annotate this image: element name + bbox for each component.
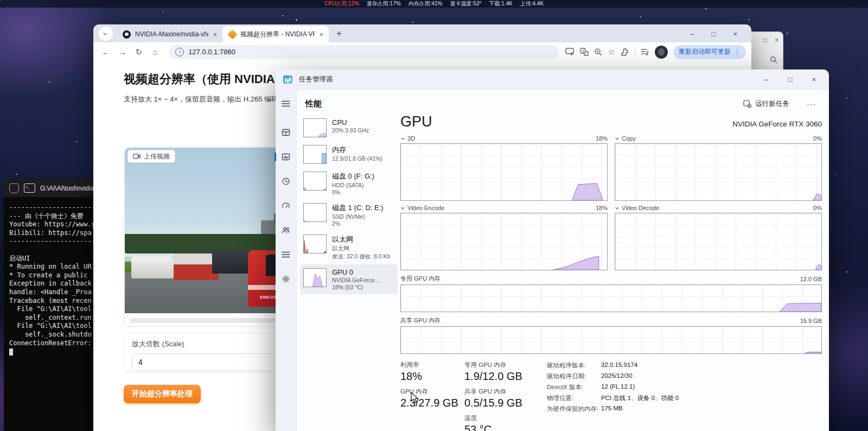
tab-close-icon[interactable]: × — [319, 30, 323, 39]
nav-performance-icon[interactable] — [278, 149, 293, 164]
sidebar-item-memory[interactable]: 内存 12.9/31.8 GB (41%) — [300, 141, 398, 168]
start-processing-button[interactable]: 开始超分辨率处理 — [124, 385, 201, 403]
install-app-icon[interactable] — [565, 48, 575, 56]
tab-close-icon[interactable]: × — [213, 30, 217, 39]
nav-startup-apps-icon[interactable] — [278, 198, 293, 213]
tab-label: 视频超分辨率 - NVIDIA VFX — [240, 30, 315, 39]
zoom-icon[interactable] — [594, 48, 603, 56]
sidebar-item-gpu0[interactable]: GPU 0 NVIDIA GeForce... 18% (53 °C) — [300, 264, 398, 294]
chart-label-video-decode: Video Decode — [622, 205, 659, 211]
toolbar-divider — [635, 48, 635, 56]
gpu-utilization-value: 18% — [400, 370, 464, 383]
chart-value-video-encode: 18% — [596, 205, 608, 211]
site-info-icon[interactable]: i — [175, 48, 184, 56]
gpu-copy-chart — [615, 143, 822, 201]
close-button[interactable]: × — [812, 75, 816, 84]
bookmark-star-icon[interactable]: ☆ — [608, 47, 615, 57]
driver-version-value: 32.0.15.9174 — [601, 362, 637, 370]
stat-label: 共享 GPU 内存 — [464, 388, 547, 396]
gpu-mini-chart — [303, 268, 327, 287]
close-icon[interactable]: × — [775, 36, 778, 44]
vram-usage-stat: 显存占用:17% — [367, 0, 401, 8]
ethernet-mini-chart — [303, 234, 327, 253]
sidebar-item-disk0[interactable]: 磁盘 0 (F: G:) HDD (SATA) 0% — [300, 168, 398, 199]
sidebar-item-disk1[interactable]: 磁盘 1 (C: D: E:) SSD (NVMe) 2% — [300, 199, 398, 231]
metric-title: 磁盘 1 (C: D: E:) — [332, 203, 384, 213]
gpu-driver-details: 驱动程序版本:32.0.15.9174 驱动程序日期:2025/12/30 Di… — [547, 361, 822, 431]
gpu-memory-value: 2.3/27.9 GB — [400, 397, 464, 409]
gpu-heading: GPU — [400, 113, 432, 130]
chevron-down-icon[interactable] — [400, 136, 405, 141]
nav-app-history-icon[interactable] — [278, 174, 293, 189]
sidebar-item-cpu[interactable]: CPU 20% 3.93 GHz — [300, 115, 398, 141]
maximize-button[interactable]: □ — [788, 75, 793, 84]
chart-value-copy: 0% — [813, 135, 822, 142]
update-label: 重新启动即可更新 — [679, 47, 731, 56]
disk0-mini-chart — [303, 172, 327, 191]
minimize-button[interactable]: – — [690, 30, 694, 38]
nav-processes-icon[interactable] — [278, 125, 293, 140]
browser-tabstrip: NVIDIA-Maxine/nvidia-vfx-p × 视频超分辨率 - NV… — [93, 24, 751, 42]
search-icon[interactable] — [770, 56, 777, 65]
extensions-icon[interactable] — [621, 48, 629, 56]
cpu-mini-chart — [303, 118, 327, 137]
close-button[interactable]: × — [733, 30, 737, 38]
hamburger-menu-icon[interactable] — [278, 96, 293, 111]
maximize-button[interactable]: □ — [712, 30, 716, 38]
more-options-button[interactable]: ··· — [802, 98, 820, 111]
back-icon[interactable]: ← — [99, 45, 113, 60]
nav-users-icon[interactable] — [278, 223, 293, 238]
new-tab-button[interactable]: + — [332, 27, 346, 41]
forward-icon[interactable]: → — [115, 45, 129, 60]
upload-video-label: 上传视频 — [144, 152, 170, 161]
reserved-memory-value: 175 MB — [601, 405, 623, 413]
console-icon: >_ — [24, 183, 35, 193]
driver-date-value: 2025/12/30 — [601, 372, 633, 381]
tab-github[interactable]: NVIDIA-Maxine/nvidia-vfx-p × — [116, 26, 222, 42]
maximize-icon[interactable]: □ — [763, 36, 767, 44]
taskmgr-titlebar[interactable]: 任务管理器 – □ × — [276, 69, 829, 89]
desktop: CPU占用:12% 显存占用:17% 内存占用:41% 显卡温度:53° 下载:… — [0, 0, 868, 431]
taskmgr-nav-rail — [276, 89, 296, 431]
shared-memory-max: 15.9 GB — [800, 318, 822, 324]
chevron-down-icon[interactable] — [400, 206, 405, 211]
metric-sub: 2% — [332, 220, 384, 227]
dedicated-memory-label: 专用 GPU 内存 — [400, 275, 441, 283]
video-camera-icon — [133, 154, 141, 159]
translate-icon[interactable]: 文 — [580, 48, 589, 56]
directx-version-value: 12 (FL 12.1) — [601, 383, 635, 391]
physical-location-value: PCI 总线 1、设备 0、功能 0 — [601, 394, 679, 402]
stat-label: 专用 GPU 内存 — [464, 361, 547, 369]
tab-nvidia-vfx[interactable]: 视频超分辨率 - NVIDIA VFX × — [222, 26, 329, 42]
kebab-menu-icon[interactable]: ⋮ — [734, 48, 741, 56]
run-new-task-button[interactable]: 运行新任务 — [738, 97, 795, 111]
url-text: 127.0.0.1:7860 — [188, 48, 235, 56]
minimize-button[interactable]: – — [764, 75, 768, 84]
upload-video-tab[interactable]: 上传视频 — [127, 150, 175, 163]
shared-memory-label: 共享 GPU 内存 — [400, 316, 441, 325]
chevron-down-icon[interactable] — [615, 206, 620, 211]
metric-sub: 0% — [332, 189, 374, 195]
metric-title: GPU 0 — [332, 268, 379, 276]
chart-value-3d: 18% — [596, 135, 608, 142]
tab-search-button[interactable] — [99, 27, 113, 41]
reading-list-icon[interactable] — [641, 48, 649, 56]
dedicated-memory-max: 12.0 GB — [800, 276, 822, 282]
nav-services-icon[interactable] — [278, 271, 293, 287]
sidebar-item-ethernet[interactable]: 以太网 以太网 发送: 32.0 接收: 8.0 Kb — [300, 231, 398, 264]
shield-icon — [9, 183, 19, 193]
reload-icon[interactable]: ↻ — [132, 45, 146, 60]
gpu-video-encode-chart — [400, 213, 608, 270]
gpu-temperature-value: 53 °C — [464, 423, 547, 431]
chart-value-video-decode: 0% — [813, 205, 822, 211]
home-icon[interactable]: ⌂ — [148, 45, 162, 60]
profile-avatar[interactable] — [655, 46, 668, 59]
metric-sub: HDD (SATA) — [332, 182, 374, 188]
detail-label: 为硬件保留的内存: — [547, 405, 601, 413]
nav-details-icon[interactable] — [278, 247, 293, 262]
address-bar[interactable]: i 127.0.0.1:7860 — [169, 45, 558, 59]
hardware-monitor-bar: CPU占用:12% 显存占用:17% 内存占用:41% 显卡温度:53° 下载:… — [0, 0, 868, 8]
chevron-down-icon[interactable] — [615, 136, 620, 141]
update-browser-button[interactable]: 重新启动即可更新 ⋮ — [673, 45, 746, 59]
chart-label-3d: 3D — [407, 135, 415, 142]
